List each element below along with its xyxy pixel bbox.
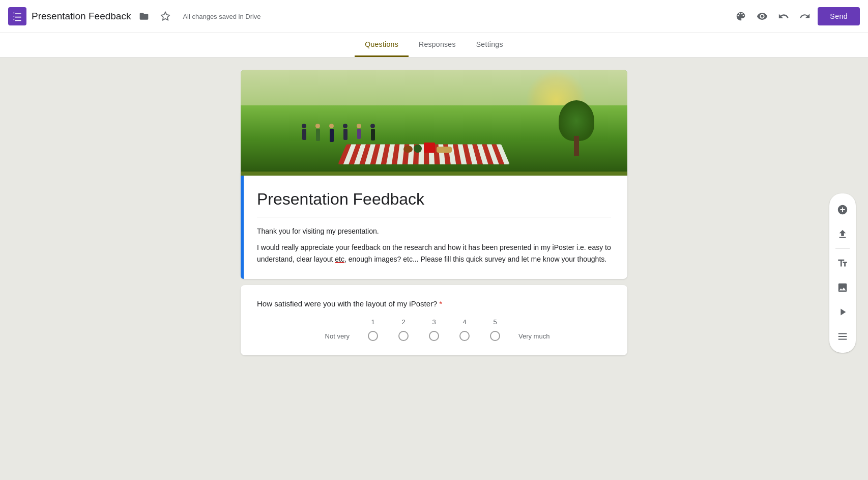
- app-header: Presentation Feedback All changes saved …: [0, 0, 868, 33]
- main-content: Presentation Feedback Thank you for visi…: [0, 58, 868, 374]
- tree-trunk: [574, 136, 579, 156]
- form-description-1: Thank you for visiting my presentation.: [257, 225, 611, 237]
- rating-scale: 1 2 3 4 5 Not very Very much: [257, 318, 611, 341]
- form-title: Presentation Feedback: [257, 190, 611, 209]
- red-container: [424, 143, 435, 153]
- bread: [437, 147, 452, 153]
- rating-numbers-row: 1 2 3 4 5: [257, 318, 611, 326]
- person-head: [357, 124, 361, 128]
- redo-button[interactable]: [796, 8, 814, 25]
- desc2-underline: etc: [335, 255, 344, 263]
- rating-num-3: 3: [419, 318, 449, 326]
- required-star: *: [439, 299, 442, 308]
- add-video-button[interactable]: [831, 301, 854, 323]
- radio-circle-1[interactable]: [368, 331, 378, 341]
- app-title: Presentation Feedback: [32, 11, 131, 22]
- person-head: [370, 124, 375, 128]
- scene-tree: [556, 95, 597, 156]
- person-body: [330, 129, 334, 142]
- rating-num-2: 2: [388, 318, 419, 326]
- radio-circle-3[interactable]: [429, 331, 439, 341]
- person-head: [315, 124, 320, 128]
- radio-circle-2[interactable]: [398, 331, 409, 341]
- right-sidebar: [829, 193, 856, 353]
- person-2: [315, 124, 320, 142]
- tab-questions[interactable]: Questions: [355, 33, 409, 57]
- form-divider: [257, 217, 611, 217]
- svg-marker-0: [161, 12, 170, 20]
- label-left: Not very: [317, 332, 358, 340]
- hero-image-inner: [241, 70, 627, 172]
- tree-foliage: [559, 100, 594, 141]
- person-head: [343, 124, 348, 128]
- rating-num-4: 4: [449, 318, 480, 326]
- person-1: [302, 124, 306, 142]
- rating-num-1: 1: [358, 318, 388, 326]
- folder-button[interactable]: [136, 8, 152, 24]
- send-button[interactable]: Send: [818, 7, 860, 25]
- tab-responses[interactable]: Responses: [409, 33, 466, 57]
- basket: [403, 146, 413, 153]
- question-1-text: How satisfied were you with the layout o…: [257, 299, 611, 308]
- form-description-2: I would really appreciate your feedback …: [257, 242, 611, 265]
- person-body: [316, 129, 320, 141]
- undo-button[interactable]: [775, 8, 792, 25]
- radio-1[interactable]: [358, 331, 388, 341]
- bottle: [414, 145, 422, 153]
- desc2-suffix: , enough images? etc... Please fill this…: [344, 255, 606, 263]
- person-head: [329, 124, 334, 128]
- label-right: Very much: [510, 332, 551, 340]
- add-image-button[interactable]: [831, 276, 854, 299]
- rating-radio-row: Not very Very much: [257, 331, 611, 341]
- hero-image: [241, 70, 627, 172]
- saved-status: All changes saved in Drive: [183, 13, 261, 20]
- tabs-nav: Questions Responses Settings: [0, 33, 868, 58]
- palette-button[interactable]: [732, 8, 749, 25]
- import-questions-button[interactable]: [831, 223, 854, 245]
- radio-3[interactable]: [419, 331, 449, 341]
- person-3: [329, 124, 334, 142]
- rating-num-5: 5: [480, 318, 510, 326]
- header-left: Presentation Feedback All changes saved …: [8, 7, 732, 25]
- person-body: [302, 129, 306, 140]
- picnic-area: [342, 136, 520, 164]
- radio-5[interactable]: [480, 331, 510, 341]
- add-section-button[interactable]: [831, 325, 854, 348]
- person-head: [302, 124, 306, 128]
- star-button[interactable]: [157, 8, 173, 24]
- radio-circle-5[interactable]: [490, 331, 500, 341]
- question-card-1: How satisfied were you with the layout o…: [241, 285, 627, 355]
- radio-circle-4[interactable]: [459, 331, 470, 341]
- radio-4[interactable]: [449, 331, 480, 341]
- form-title-card: Presentation Feedback Thank you for visi…: [241, 172, 627, 279]
- add-title-button[interactable]: [831, 252, 854, 274]
- form-container: Presentation Feedback Thank you for visi…: [241, 70, 627, 361]
- question-1-label: How satisfied were you with the layout o…: [257, 299, 437, 308]
- tab-settings[interactable]: Settings: [466, 33, 513, 57]
- sidebar-divider-1: [835, 248, 850, 249]
- header-right: Send: [732, 7, 860, 25]
- add-question-button[interactable]: [831, 199, 854, 221]
- radio-2[interactable]: [388, 331, 419, 341]
- app-icon: [8, 7, 26, 25]
- preview-button[interactable]: [754, 8, 771, 25]
